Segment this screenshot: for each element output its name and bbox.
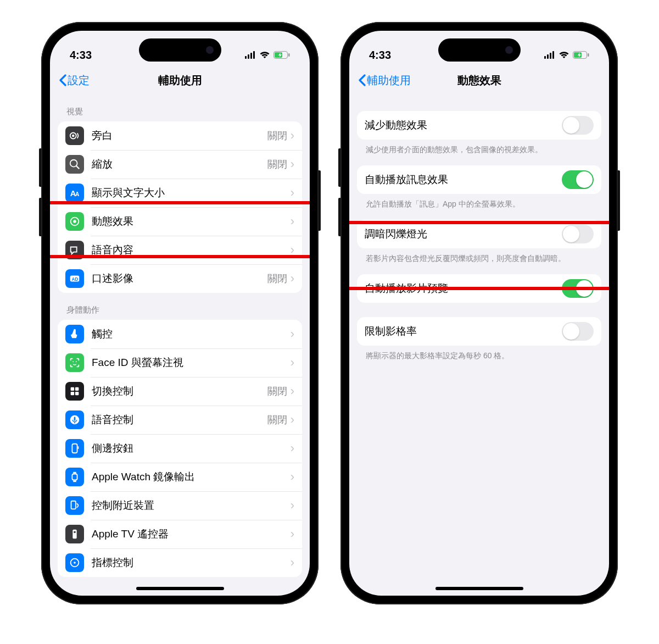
audio-desc-icon: AD	[65, 269, 84, 288]
settings-row-voiceover[interactable]: 旁白關閉›	[58, 121, 302, 150]
row-label: 減少動態效果	[365, 118, 562, 132]
chevron-right-icon: ›	[291, 157, 294, 171]
chevron-right-icon: ›	[291, 356, 294, 370]
home-indicator[interactable]	[435, 587, 523, 590]
svg-line-10	[76, 166, 80, 169]
svg-rect-42	[588, 53, 589, 57]
row-label: Face ID 與螢幕注視	[92, 356, 291, 370]
settings-list[interactable]: 視覺 旁白關閉›縮放關閉›AA顯示與文字大小›動態效果›語音內容›AD口述影像關…	[50, 95, 310, 577]
svg-text:A: A	[75, 191, 80, 197]
settings-row-touch[interactable]: 觸控›	[58, 320, 302, 348]
toggle-group: 調暗閃爍燈光	[357, 220, 601, 248]
settings-row-faceid[interactable]: Face ID 與螢幕注視›	[58, 348, 302, 377]
settings-row-voice-control[interactable]: 語音控制關閉›	[58, 406, 302, 434]
row-detail: 關閉	[267, 413, 287, 426]
svg-rect-27	[78, 446, 79, 449]
voice-control-icon	[65, 410, 84, 429]
dynamic-island	[438, 38, 521, 62]
row-label: 指標控制	[92, 556, 291, 570]
settings-row-audio-desc[interactable]: AD口述影像關閉›	[58, 264, 302, 293]
svg-rect-2	[250, 53, 252, 59]
section-header-motor: 身體動作	[58, 293, 302, 320]
settings-row-display-text[interactable]: AA顯示與文字大小›	[58, 179, 302, 207]
toggle-switch[interactable]	[562, 225, 594, 243]
svg-rect-26	[72, 444, 77, 453]
row-label: 控制附近裝置	[92, 498, 291, 513]
row-label: Apple TV 遙控器	[92, 527, 291, 541]
settings-row-watch-mirror[interactable]: Apple Watch 鏡像輸出›	[58, 463, 302, 491]
chevron-right-icon: ›	[291, 413, 294, 427]
settings-row-pointer-control[interactable]: 指標控制›	[58, 548, 302, 577]
row-detail: 關閉	[267, 129, 287, 142]
svg-rect-32	[72, 530, 76, 539]
settings-row-motion[interactable]: 動態效果›	[58, 207, 302, 236]
settings-row-spoken-content[interactable]: 語音內容›	[58, 236, 302, 264]
settings-row-appletv-remote[interactable]: Apple TV 遙控器›	[58, 520, 302, 548]
chevron-right-icon: ›	[291, 186, 294, 200]
svg-point-9	[70, 160, 77, 167]
svg-rect-22	[75, 392, 79, 395]
status-time: 4:33	[70, 49, 92, 62]
screen-left: 4:33 設定 輔助使用 視覺 旁白關閉›縮放關閉›AA顯示與文字大小›動態效果…	[50, 31, 310, 596]
toggle-switch[interactable]	[562, 322, 594, 341]
chevron-right-icon: ›	[291, 214, 294, 229]
row-label: 旁白	[92, 129, 267, 143]
section-footer: 將顯示器的最大影格率設定為每秒 60 格。	[357, 346, 601, 364]
row-label: 調暗閃爍燈光	[365, 227, 562, 241]
chevron-right-icon: ›	[291, 129, 294, 143]
motion-settings-list[interactable]: 減少動態效果減少使用者介面的動態效果，包含圖像的視差效果。自動播放訊息效果允許自…	[349, 95, 609, 371]
svg-text:AD: AD	[72, 277, 79, 282]
wifi-icon	[259, 51, 270, 59]
page-title: 動態效果	[349, 73, 609, 88]
settings-row-nearby-devices[interactable]: 控制附近裝置›	[58, 491, 302, 520]
svg-rect-39	[552, 51, 554, 59]
settings-row-zoom[interactable]: 縮放關閉›	[58, 150, 302, 179]
row-label: 限制影格率	[365, 324, 562, 338]
phone-left: 4:33 設定 輔助使用 視覺 旁白關閉›縮放關閉›AA顯示與文字大小›動態效果…	[41, 22, 319, 604]
toggle-row: 自動播放影片預覽	[357, 274, 601, 303]
chevron-right-icon: ›	[291, 556, 294, 570]
page-title: 輔助使用	[50, 73, 310, 88]
dynamic-island	[139, 38, 221, 62]
svg-point-18	[76, 361, 77, 362]
row-label: 切換控制	[92, 384, 267, 398]
toggle-switch[interactable]	[562, 170, 594, 189]
faceid-icon	[65, 353, 84, 372]
row-label: 動態效果	[92, 214, 291, 229]
chevron-right-icon: ›	[291, 327, 294, 341]
watch-mirror-icon	[65, 468, 84, 486]
row-label: 觸控	[92, 327, 291, 341]
cellular-icon	[245, 51, 256, 59]
home-indicator[interactable]	[136, 587, 224, 590]
battery-icon	[573, 51, 589, 59]
row-detail: 關閉	[267, 385, 287, 398]
toggle-group: 減少動態效果	[357, 111, 601, 140]
nav-bar: 設定 輔助使用	[50, 66, 310, 95]
svg-rect-3	[253, 51, 255, 59]
settings-row-switch-control[interactable]: 切換控制關閉›	[58, 377, 302, 406]
row-label: 自動播放訊息效果	[365, 173, 562, 187]
row-label: 顯示與文字大小	[92, 186, 291, 200]
chevron-right-icon: ›	[291, 527, 294, 541]
toggle-row: 調暗閃爍燈光	[357, 220, 601, 248]
settings-group-visual: 旁白關閉›縮放關閉›AA顯示與文字大小›動態效果›語音內容›AD口述影像關閉›	[58, 121, 302, 293]
svg-rect-29	[73, 472, 76, 474]
svg-rect-31	[71, 501, 76, 509]
svg-rect-37	[547, 54, 549, 59]
svg-rect-0	[245, 56, 247, 59]
settings-row-side-button[interactable]: 側邊按鈕›	[58, 434, 302, 463]
voiceover-icon	[65, 126, 84, 145]
battery-icon	[273, 51, 290, 59]
toggle-switch[interactable]	[562, 116, 594, 135]
row-label: 自動播放影片預覽	[365, 281, 562, 296]
toggle-switch[interactable]	[562, 279, 594, 298]
svg-point-14	[73, 220, 76, 223]
side-button-icon	[65, 439, 84, 458]
svg-rect-36	[544, 56, 546, 59]
nav-bar: 輔助使用 動態效果	[349, 66, 609, 95]
svg-point-8	[72, 135, 75, 137]
switch-control-icon	[65, 382, 84, 401]
spoken-content-icon	[65, 241, 84, 259]
touch-icon	[65, 325, 84, 343]
phone-right: 4:33 輔助使用 動態效果 減少動態效果減少使用者介面的動態效果，包含圖像的視…	[340, 22, 618, 604]
